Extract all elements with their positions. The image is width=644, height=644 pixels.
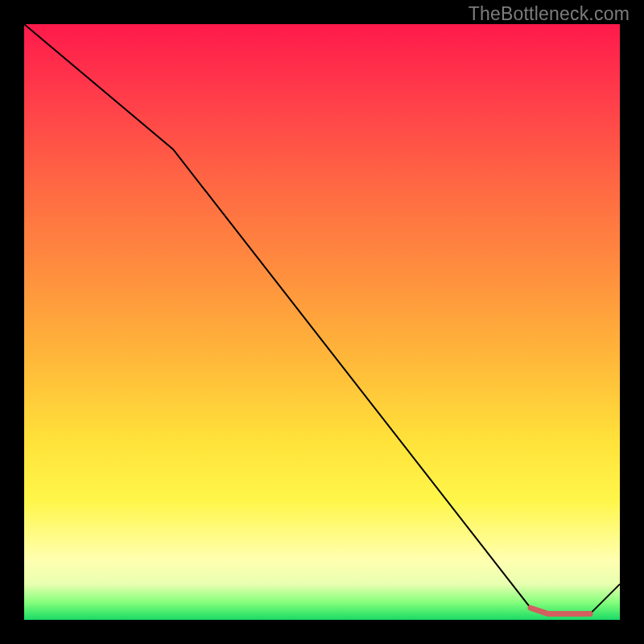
series-curve xyxy=(24,24,620,614)
watermark-text: TheBottleneck.com xyxy=(469,3,630,25)
chart-frame: TheBottleneck.com xyxy=(0,0,644,644)
chart-svg xyxy=(24,24,620,620)
series-group xyxy=(24,24,620,614)
series-highlight xyxy=(530,608,590,613)
